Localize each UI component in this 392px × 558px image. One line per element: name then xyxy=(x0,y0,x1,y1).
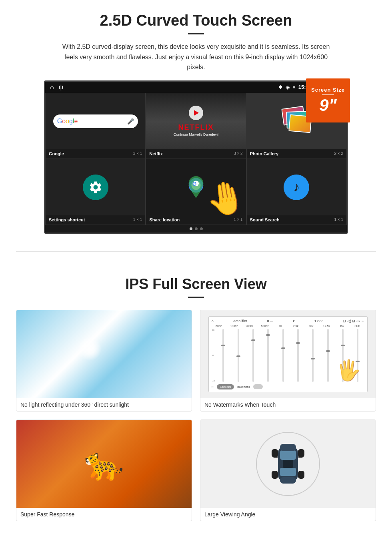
eq-loudness-label: loudness xyxy=(237,385,250,389)
sun-flare xyxy=(78,337,102,361)
app-cell-sound-search[interactable]: ♪ Sound Search 1 × 1 xyxy=(246,159,347,225)
sky-gradient-bg xyxy=(16,310,192,398)
eq-slider-3 xyxy=(246,329,260,382)
settings-app-size: 1 × 1 xyxy=(133,217,142,222)
location-icon: ◉ xyxy=(286,84,290,90)
gallery-app-size: 2 × 2 xyxy=(334,151,343,156)
netflix-app-name: Netflix xyxy=(149,151,163,156)
eq-track-8 xyxy=(327,329,329,382)
eq-handle-6 xyxy=(296,342,300,344)
eq-slider-1 xyxy=(216,329,230,382)
eq-dots: ≡ ··· xyxy=(267,319,273,323)
svg-rect-12 xyxy=(298,449,304,457)
dot-2 xyxy=(195,227,198,230)
google-search-bar[interactable]: Google 🎤 xyxy=(53,114,138,128)
eq-header: ⌂ Amplifier ≡ ··· ▾ 17:33 ⊡ ◁) ⊠ ▭ ← xyxy=(211,319,364,323)
eq-home-icon: ⌂ xyxy=(211,319,213,323)
eq-icons: ⊡ ◁) ⊠ ▭ ← xyxy=(343,319,364,323)
eq-bars-container: 10 0 -10 xyxy=(211,329,364,382)
eq-left-labels: 10 0 -10 xyxy=(211,329,216,382)
app-cell-google[interactable]: Google 🎤 Google 3 × 1 xyxy=(45,93,146,159)
eq-track-6 xyxy=(297,329,299,382)
google-mic-icon: 🎤 xyxy=(127,118,134,124)
freq-15k: 15k xyxy=(335,325,350,327)
svg-rect-15 xyxy=(283,460,293,468)
eq-loudness-toggle[interactable] xyxy=(253,384,263,389)
app-cell-netflix[interactable]: NETFLIX Continue Marvel's Daredevil Netf… xyxy=(146,93,246,159)
eq-10: 10 xyxy=(211,329,215,331)
eq-handle-7 xyxy=(311,358,315,359)
share-bg: G 🤚 xyxy=(146,159,246,215)
netflix-play-button[interactable] xyxy=(189,106,203,120)
eq-handle-8 xyxy=(326,350,330,352)
sound-cell-inner: ♪ xyxy=(247,159,346,215)
app-grid-top: Google 🎤 Google 3 × 1 xyxy=(45,93,347,159)
freq-500: 500hz xyxy=(258,325,272,327)
g-letter-o1: o xyxy=(62,118,66,124)
music-note-icon: ♪ xyxy=(293,180,300,195)
eq-track-1 xyxy=(222,329,224,382)
eq-handle-9 xyxy=(341,345,345,346)
screen-size-badge: Screen Size 9" xyxy=(306,78,350,122)
netflix-content: NETFLIX Continue Marvel's Daredevil xyxy=(146,93,246,149)
gear-svg-icon xyxy=(88,180,103,195)
eq-time: 17:33 xyxy=(314,319,324,323)
eq-slider-8 xyxy=(321,329,335,382)
sound-icon-circle: ♪ xyxy=(284,175,309,200)
hand-eq-icon: 🖐 xyxy=(336,359,361,382)
share-app-name: Share location xyxy=(149,217,180,222)
netflix-label-row: Netflix 3 × 2 xyxy=(146,149,246,159)
netflix-app-size: 3 × 2 xyxy=(234,151,243,156)
android-screen: ⌂ ψ ✱ ◉ ▾ 15:06 ⊡ ◁) ⊠ ▭ xyxy=(44,80,348,234)
eq-handle-4 xyxy=(266,334,270,336)
eq-title: Amplifier xyxy=(233,319,247,323)
car-caption: Large Viewing Angle xyxy=(200,508,376,521)
eq-slider-5 xyxy=(276,329,290,382)
freq-12.5k: 12.5k xyxy=(319,325,334,327)
app-cell-settings[interactable]: Settings shortcut 1 × 1 xyxy=(45,159,146,225)
svg-rect-8 xyxy=(280,477,296,484)
car-circle xyxy=(256,432,320,496)
sound-app-size: 1 × 1 xyxy=(334,217,343,222)
eq-slider-6 xyxy=(291,329,305,382)
screen-size-label: Screen Size xyxy=(311,87,345,93)
device-wrapper: Screen Size 9" ⌂ ψ ✱ ◉ ▾ 15:06 ⊡ ◁) ⊠ xyxy=(44,80,348,234)
share-app-size: 1 × 1 xyxy=(234,217,243,222)
eq-track-7 xyxy=(312,329,314,382)
eq-freq-labels: 60hz 100hz 200hz 500hz 1k 2.5k 10k 12.5k… xyxy=(211,325,364,327)
g-letter-e: e xyxy=(74,118,78,124)
section1-divider xyxy=(188,33,204,34)
eq-0: 0 xyxy=(211,354,215,357)
section-curved-screen: 2.5D Curved Touch Screen With 2.5D curve… xyxy=(0,0,392,243)
image-card-cheetah: 🐆 Super Fast Response xyxy=(16,420,192,521)
eq-preset-btn[interactable]: Custom xyxy=(217,384,234,389)
svg-rect-6 xyxy=(280,468,296,476)
eq-screen: ⌂ Amplifier ≡ ··· ▾ 17:33 ⊡ ◁) ⊠ ▭ ← 60h… xyxy=(208,316,367,392)
eq-wifi: ▾ xyxy=(293,319,295,323)
svg-rect-14 xyxy=(298,471,304,479)
google-app-name: Google xyxy=(49,151,64,156)
settings-cell-inner xyxy=(46,159,145,215)
svg-rect-7 xyxy=(280,444,296,451)
gallery-label-row: Photo Gallery 2 × 2 xyxy=(247,149,346,159)
bluetooth-icon: ✱ xyxy=(278,84,282,90)
section1-title: 2.5D Curved Touch Screen xyxy=(24,12,368,29)
cheetah-image: 🐆 xyxy=(16,420,192,508)
car-image xyxy=(200,420,376,508)
eq-footer: ‹‹ Custom loudness xyxy=(211,384,364,389)
section2-divider xyxy=(188,297,204,298)
netflix-subtitle: Continue Marvel's Daredevil xyxy=(174,132,218,136)
settings-icon-circle xyxy=(83,175,108,200)
image-card-equalizer: ⌂ Amplifier ≡ ··· ▾ 17:33 ⊡ ◁) ⊠ ▭ ← 60h… xyxy=(200,310,376,411)
cheetah-icon: 🐆 xyxy=(84,445,124,483)
image-grid: No light reflecting under 360° direct su… xyxy=(16,310,376,521)
eq-handle-1 xyxy=(221,345,225,346)
google-bg: Google 🎤 xyxy=(46,93,145,149)
badge-divider xyxy=(322,94,334,95)
app-cell-share-location[interactable]: G 🤚 Share location 1 × 1 xyxy=(146,159,246,225)
car-bg xyxy=(200,420,376,508)
netflix-cell-inner: NETFLIX Continue Marvel's Daredevil xyxy=(146,93,246,149)
gallery-app-name: Photo Gallery xyxy=(250,151,279,156)
eq-track-2 xyxy=(238,329,239,382)
eq-nav-back: ‹‹ xyxy=(211,385,213,389)
